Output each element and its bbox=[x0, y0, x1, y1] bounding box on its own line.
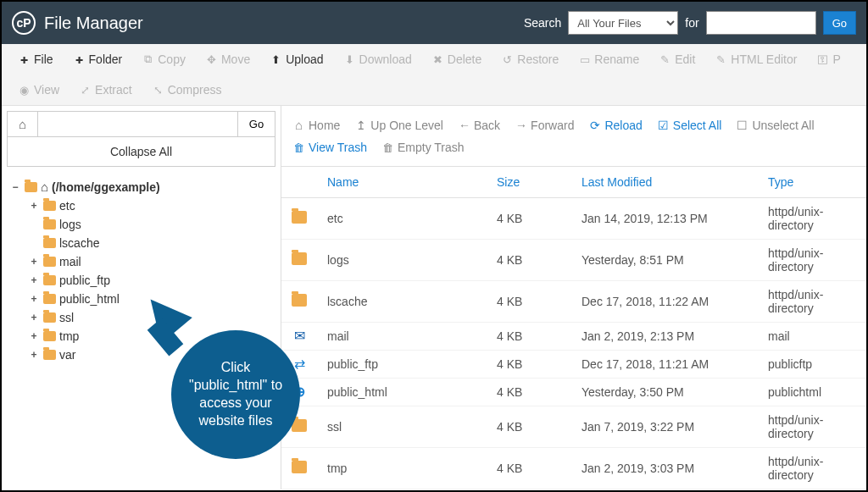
tree-toggle-icon[interactable]: + bbox=[29, 330, 39, 342]
folder-icon bbox=[42, 256, 56, 268]
table-row[interactable]: public_html4 KBYesterday, 3:50 PMpublich… bbox=[281, 379, 866, 406]
toolbar-label: Folder bbox=[89, 53, 123, 66]
search-go-button[interactable]: Go bbox=[823, 11, 856, 35]
forward-icon bbox=[515, 119, 526, 132]
tree-toggle-icon[interactable]: + bbox=[29, 200, 39, 212]
col-type[interactable]: Type bbox=[758, 167, 866, 198]
path-input[interactable] bbox=[38, 112, 237, 136]
cell-size: 4 KB bbox=[487, 406, 571, 448]
tree-node-label: logs bbox=[59, 218, 81, 231]
tree-node-etc[interactable]: +etc bbox=[29, 196, 275, 215]
trash-icon bbox=[293, 141, 304, 154]
table-row[interactable]: public_ftp4 KBDec 17, 2018, 11:21 AMpubl… bbox=[281, 351, 866, 379]
toolbar-label: Extract bbox=[95, 83, 132, 97]
tree-node-label: mail bbox=[59, 255, 81, 268]
cell-size: 4 KB bbox=[487, 281, 571, 323]
cell-name: logs bbox=[317, 240, 487, 281]
path-home-button[interactable] bbox=[8, 112, 38, 136]
upload-button[interactable]: Upload bbox=[260, 44, 333, 75]
file-toolbar-label: View Trash bbox=[309, 141, 367, 154]
move-icon bbox=[206, 53, 217, 66]
edit-button: Edit bbox=[649, 44, 705, 75]
tree-node-label: public_ftp bbox=[59, 274, 110, 287]
table-row[interactable]: etc4 KBJan 14, 2019, 12:13 PMhttpd/unix-… bbox=[281, 198, 866, 240]
table-row[interactable]: mail4 KBJan 2, 2019, 2:13 PMmail bbox=[281, 323, 866, 351]
cell-type: mail bbox=[758, 323, 866, 351]
col-name[interactable]: Name bbox=[317, 167, 487, 198]
col-size[interactable]: Size bbox=[487, 167, 571, 198]
cell-name: lscache bbox=[317, 281, 487, 323]
home-button[interactable]: Home bbox=[292, 114, 342, 135]
edit-icon bbox=[659, 53, 670, 66]
file-toolbar-label: Empty Trash bbox=[398, 141, 465, 154]
file-toolbar-label: Unselect All bbox=[752, 119, 814, 132]
toolbar-label: Delete bbox=[448, 53, 481, 66]
tree-node-label: var bbox=[59, 348, 75, 362]
table-row[interactable]: logs4 KBYesterday, 8:51 PMhttpd/unix-dir… bbox=[281, 240, 866, 281]
cell-icon bbox=[281, 351, 317, 379]
toolbar-label: File bbox=[34, 53, 53, 66]
tree-toggle-icon[interactable]: + bbox=[29, 274, 39, 286]
tree-toggle-icon[interactable]: + bbox=[29, 312, 39, 323]
toolbar-label: P bbox=[832, 53, 840, 66]
eye-icon bbox=[19, 84, 30, 97]
tree-node-mail[interactable]: +mail bbox=[29, 252, 275, 271]
table-row[interactable]: tmp4 KBJan 2, 2019, 3:03 PMhttpd/unix-di… bbox=[281, 448, 866, 489]
file-button[interactable]: File bbox=[8, 44, 64, 75]
folder-icon bbox=[42, 312, 56, 323]
table-row[interactable]: lscache4 KBDec 17, 2018, 11:22 AMhttpd/u… bbox=[281, 281, 866, 323]
table-row[interactable]: var4 KBDec 27, 2018, 12:48 PMhttpd/unix-… bbox=[281, 489, 866, 490]
tree-node-tmp[interactable]: +tmp bbox=[29, 327, 275, 346]
restore-button: Restore bbox=[492, 44, 569, 75]
plus-icon bbox=[74, 53, 85, 66]
empty-trash-button[interactable]: Empty Trash bbox=[381, 137, 466, 158]
view-trash-button[interactable]: View Trash bbox=[292, 137, 369, 158]
col-modified[interactable]: Last Modified bbox=[571, 167, 758, 198]
tree-root[interactable]: − (/home/ggexample) bbox=[10, 177, 275, 196]
search-scope-select[interactable]: All Your Files bbox=[568, 11, 678, 35]
back-button[interactable]: Back bbox=[457, 114, 502, 135]
cell-name: ssl bbox=[317, 406, 487, 448]
cell-size: 4 KB bbox=[487, 351, 571, 379]
path-go-button[interactable]: Go bbox=[237, 112, 275, 136]
unselect-all-button[interactable]: Unselect All bbox=[735, 114, 815, 135]
cell-modified: Jan 2, 2019, 2:13 PM bbox=[571, 323, 758, 351]
cell-type: httpd/unix-directory bbox=[758, 489, 866, 490]
folder-icon bbox=[42, 200, 56, 212]
path-bar: Go bbox=[7, 111, 275, 137]
select-all-button[interactable]: Select All bbox=[656, 114, 724, 135]
cell-size: 4 KB bbox=[487, 323, 571, 351]
tree-node-ssl[interactable]: +ssl bbox=[29, 308, 275, 327]
toolbar-label: View bbox=[34, 83, 59, 97]
tree-node-public_html[interactable]: +public_html bbox=[29, 290, 275, 308]
tree-toggle-icon[interactable]: − bbox=[10, 181, 20, 193]
cell-modified: Dec 17, 2018, 11:22 AM bbox=[571, 281, 758, 323]
content-area: HomeUp One LevelBackForwardReloadSelect … bbox=[281, 106, 866, 489]
tree-node-public_ftp[interactable]: +public_ftp bbox=[29, 271, 275, 290]
col-icon[interactable] bbox=[281, 167, 317, 198]
reload-icon bbox=[589, 119, 600, 132]
move-button: Move bbox=[196, 44, 260, 75]
tree-toggle-icon[interactable]: + bbox=[29, 293, 39, 305]
reload-button[interactable]: Reload bbox=[587, 114, 643, 135]
cpanel-logo: cP bbox=[12, 11, 36, 35]
copy-button: Copy bbox=[132, 44, 196, 75]
checkbox-icon bbox=[658, 119, 669, 132]
cell-type: publichtml bbox=[758, 379, 866, 406]
home-icon bbox=[293, 118, 304, 132]
search-input[interactable] bbox=[706, 11, 816, 35]
file-toolbar-label: Home bbox=[309, 119, 340, 132]
tree-node-lscache[interactable]: lscache bbox=[29, 234, 275, 252]
tree-toggle-icon[interactable]: + bbox=[29, 349, 39, 361]
file-toolbar: HomeUp One LevelBackForwardReloadSelect … bbox=[281, 106, 866, 167]
table-row[interactable]: ssl4 KBJan 7, 2019, 3:22 PMhttpd/unix-di… bbox=[281, 406, 866, 448]
collapse-all-button[interactable]: Collapse All bbox=[7, 137, 275, 167]
tree-node-var[interactable]: +var bbox=[29, 346, 275, 364]
tree-node-logs[interactable]: logs bbox=[29, 215, 275, 234]
file-toolbar-label: Select All bbox=[673, 119, 722, 132]
tree-toggle-icon[interactable]: + bbox=[29, 256, 39, 268]
html-editor-button: HTML Editor bbox=[705, 44, 807, 75]
up-one-level-button[interactable]: Up One Level bbox=[353, 114, 445, 135]
folder-button[interactable]: Folder bbox=[64, 44, 133, 75]
forward-button[interactable]: Forward bbox=[514, 114, 576, 135]
